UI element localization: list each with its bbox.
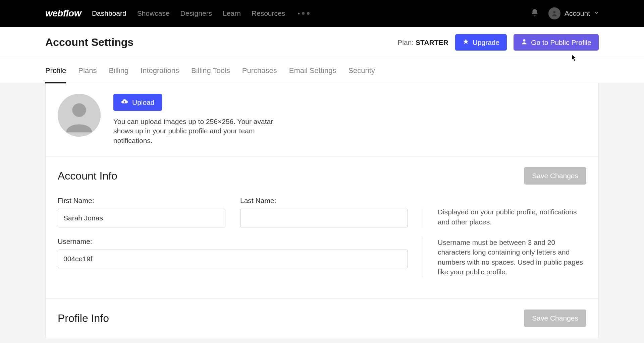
save-changes-button-profile[interactable]: Save Changes [524,310,586,327]
go-to-public-profile-button[interactable]: Go to Public Profile [514,34,599,51]
notifications-icon[interactable] [530,8,539,18]
svg-point-3 [72,103,86,117]
nav-showcase[interactable]: Showcase [137,9,170,17]
username-input[interactable] [58,250,408,268]
svg-point-0 [553,11,556,13]
account-menu[interactable]: Account [548,7,599,19]
profile-content-panel: Upload You can upload images up to 256×2… [45,83,599,338]
upload-column: Upload You can upload images up to 256×2… [113,94,288,145]
nav-resources-label: Resources [252,9,285,17]
tab-plans[interactable]: Plans [78,58,97,83]
upgrade-button[interactable]: Upgrade [455,34,507,51]
nav-dashboard[interactable]: Dashboard [92,9,126,17]
person-icon [521,38,528,47]
first-name-field-wrapper: First Name: [58,197,225,227]
username-row: Username: Username must be between 3 and… [58,237,586,278]
tab-email-settings[interactable]: Email Settings [289,58,336,83]
dot-icon [298,13,300,14]
account-info-header: Account Info Save Changes [58,167,586,185]
username-field-wrapper: Username: [58,237,408,268]
settings-tabs: Profile Plans Billing Integrations Billi… [0,58,644,83]
avatar-section: Upload You can upload images up to 256×2… [46,83,598,156]
nav-learn[interactable]: Learn [223,9,241,17]
divider [423,237,423,278]
dot-icon [307,12,310,15]
upload-button-label: Upload [132,98,155,107]
name-help-text: Displayed on your public profile, notifi… [438,207,586,227]
chevron-down-icon [594,10,599,16]
tab-billing[interactable]: Billing [109,58,128,83]
plan-name: STARTER [416,39,448,46]
dot-icon [302,12,305,15]
cloud-upload-icon [121,98,128,107]
username-label: Username: [58,237,408,246]
public-profile-button-label: Go to Public Profile [531,39,591,47]
star-icon [463,38,469,47]
tab-billing-tools[interactable]: Billing Tools [191,58,230,83]
upgrade-button-label: Upgrade [473,39,500,47]
plan-text: Plan: STARTER [397,39,448,47]
upload-button[interactable]: Upload [113,94,162,111]
profile-info-title: Profile Info [58,312,109,325]
profile-info-header: Profile Info Save Changes [58,310,586,327]
first-name-label: First Name: [58,197,225,205]
divider [423,209,423,227]
page-header-right: Plan: STARTER Upgrade Go to Public Profi… [397,34,599,51]
account-info-title: Account Info [58,170,117,182]
nav-resources[interactable]: Resources [252,9,287,17]
top-navbar: webflow Dashboard Showcase Designers Lea… [0,0,644,27]
profile-info-section: Profile Info Save Changes [46,298,598,338]
webflow-logo[interactable]: webflow [45,8,81,19]
upload-hint-text: You can upload images up to 256×256. You… [113,117,288,145]
last-name-field-wrapper: Last Name: [240,197,408,227]
account-info-section: Account Info Save Changes First Name: La… [46,156,598,298]
nav-items: Dashboard Showcase Designers Learn Resou… [92,9,520,17]
page-header: Account Settings Plan: STARTER Upgrade G… [0,27,644,58]
tab-profile[interactable]: Profile [45,58,66,83]
account-link-label: Account [565,9,590,17]
svg-point-1 [523,39,526,42]
tab-integrations[interactable]: Integrations [141,58,179,83]
page-title: Account Settings [45,36,133,49]
nav-designers[interactable]: Designers [180,9,212,17]
tab-purchases[interactable]: Purchases [242,58,277,83]
save-changes-button[interactable]: Save Changes [524,167,586,185]
nav-more-dots[interactable] [298,12,310,15]
last-name-label: Last Name: [240,197,408,205]
username-help-text: Username must be between 3 and 20 charac… [438,237,586,278]
name-row: First Name: Last Name: Displayed on your… [58,197,586,227]
last-name-input[interactable] [240,209,408,227]
avatar-icon [548,7,560,19]
plan-prefix: Plan: [397,39,416,46]
first-name-input[interactable] [58,209,225,227]
topbar-right: Account [530,7,599,19]
tab-security[interactable]: Security [348,58,375,83]
avatar-placeholder [58,94,101,137]
